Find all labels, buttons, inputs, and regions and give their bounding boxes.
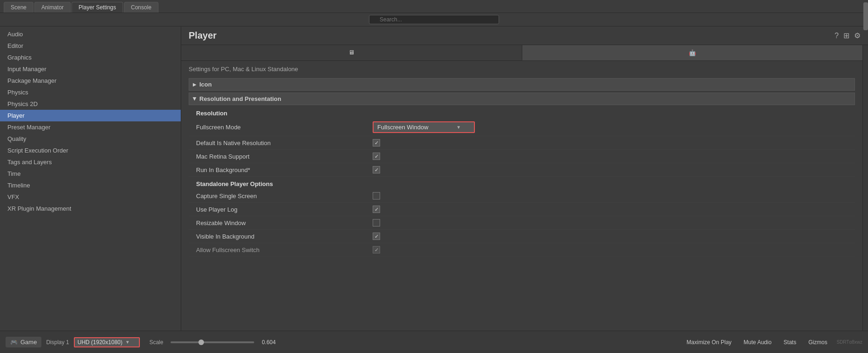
sidebar-item-timeline[interactable]: Timeline	[0, 180, 181, 191]
row-native-resolution: Default Is Native Resolution	[189, 136, 855, 150]
search-input[interactable]	[369, 15, 499, 24]
sidebar-item-quality[interactable]: Quality	[0, 133, 181, 145]
row-fullscreen-switch: Allow Fullscreen Switch	[189, 243, 855, 257]
control-visible-background	[373, 233, 848, 240]
control-fullscreen-switch	[373, 246, 848, 253]
checkbox-resizable-window[interactable]	[373, 219, 380, 226]
section-resolution: ▶ Resolution and Presentation Resolution…	[189, 93, 855, 257]
dropdown-arrow-icon: ▼	[456, 125, 461, 130]
main-layout: Audio Editor Graphics Input Manager Pack…	[0, 27, 868, 331]
sidebar-item-player[interactable]: Player	[0, 110, 181, 121]
sidebar-item-script-execution[interactable]: Script Execution Order	[0, 145, 181, 156]
sidebar-item-physics[interactable]: Physics	[0, 87, 181, 98]
control-native-resolution	[373, 139, 848, 147]
mute-audio-btn[interactable]: Mute Audio	[741, 338, 774, 346]
sidebar-item-audio[interactable]: Audio	[0, 28, 181, 40]
sidebar: Audio Editor Graphics Input Manager Pack…	[0, 27, 181, 331]
bottom-right: Maximize On Play Mute Audio Stats Gizmos…	[684, 338, 862, 346]
scale-value: 0.604	[262, 339, 276, 346]
display-resolution-value: UHD (1920x1080)	[78, 339, 123, 346]
desktop-icon: 🖥	[349, 49, 355, 56]
content-inner: 🖥 🤖 Settings for PC, Mac & Linux Standal…	[181, 45, 868, 331]
sidebar-item-vfx[interactable]: VFX	[0, 191, 181, 203]
platform-tabs: 🖥 🤖	[181, 45, 862, 61]
sidebar-item-physics-2d[interactable]: Physics 2D	[0, 98, 181, 110]
tab-animator[interactable]: Animator	[34, 2, 71, 13]
row-resizable-window: Resizable Window	[189, 216, 855, 230]
content-area: Player ? ⊞ ⚙ 🖥 🤖 Settings	[181, 27, 868, 331]
display-label: Display 1	[46, 339, 69, 346]
arrow-icon: ▶	[193, 82, 197, 87]
platform-tab-desktop[interactable]: 🖥	[181, 45, 522, 60]
right-scrollbar[interactable]	[862, 45, 868, 331]
settings-icon[interactable]: ⚙	[854, 31, 861, 40]
stats-btn[interactable]: Stats	[781, 338, 799, 346]
checkbox-run-background[interactable]	[373, 166, 380, 173]
section-icon-label: Icon	[199, 81, 212, 88]
label-resizable-window: Resizable Window	[196, 220, 373, 226]
label-mac-retina: Mac Retina Support	[196, 153, 373, 160]
header-icons: ? ⊞ ⚙	[835, 31, 861, 40]
android-icon: 🤖	[689, 49, 696, 56]
scale-label: Scale	[149, 339, 163, 346]
section-header-icon[interactable]: ▶ Icon	[189, 78, 855, 91]
label-visible-background: Visible In Background	[196, 233, 373, 240]
sidebar-item-xr-plugin[interactable]: XR Plugin Management	[0, 203, 181, 214]
label-fullscreen-switch: Allow Fullscreen Switch	[196, 246, 373, 253]
bottom-bar: 🎮 Game Display 1 UHD (1920x1080) ▼ Scale…	[0, 331, 868, 353]
sidebar-item-tags-layers[interactable]: Tags and Layers	[0, 156, 181, 168]
search-bar: 🔍	[0, 13, 868, 27]
tab-scene[interactable]: Scene	[4, 2, 33, 13]
label-native-resolution: Default Is Native Resolution	[196, 140, 373, 147]
maximize-on-play-btn[interactable]: Maximize On Play	[684, 338, 735, 346]
scale-thumb[interactable]	[198, 340, 204, 345]
search-wrap: 🔍	[369, 15, 499, 24]
row-fullscreen-mode: Fullscreen Mode Fullscreen Window ▼	[189, 119, 855, 136]
checkbox-fullscreen-switch[interactable]	[373, 246, 380, 253]
help-icon[interactable]: ?	[835, 32, 839, 40]
sidebar-item-graphics[interactable]: Graphics	[0, 52, 181, 63]
label-run-background: Run In Background*	[196, 167, 373, 173]
control-run-background	[373, 166, 848, 173]
settings-subtitle: Settings for PC, Mac & Linux Standalone	[189, 66, 855, 73]
sidebar-item-editor[interactable]: Editor	[0, 40, 181, 52]
settings-body: Settings for PC, Mac & Linux Standalone …	[181, 61, 862, 263]
control-fullscreen-mode: Fullscreen Window ▼	[373, 121, 848, 133]
section-icon: ▶ Icon	[189, 78, 855, 91]
tab-console[interactable]: Console	[124, 2, 158, 13]
content-header: Player ? ⊞ ⚙	[181, 27, 868, 45]
row-capture-screen: Capture Single Screen	[189, 189, 855, 203]
page-title: Player	[189, 30, 217, 41]
display-dropdown-arrow: ▼	[125, 340, 130, 345]
section-resolution-body: Resolution Fullscreen Mode Fullscreen Wi…	[189, 106, 855, 257]
fullscreen-mode-dropdown[interactable]: Fullscreen Window ▼	[373, 121, 475, 133]
scale-slider[interactable]	[171, 341, 254, 343]
checkbox-visible-background[interactable]	[373, 233, 380, 240]
label-capture-screen: Capture Single Screen	[196, 193, 373, 200]
game-tab[interactable]: 🎮 Game	[6, 337, 41, 347]
row-visible-background: Visible In Background	[189, 230, 855, 243]
sidebar-item-input-manager[interactable]: Input Manager	[0, 63, 181, 75]
sidebar-item-package-manager[interactable]: Package Manager	[0, 75, 181, 87]
sidebar-item-preset-manager[interactable]: Preset Manager	[0, 121, 181, 133]
control-mac-retina	[373, 153, 848, 160]
tab-player-settings[interactable]: Player Settings	[72, 2, 123, 13]
checkbox-mac-retina[interactable]	[373, 153, 380, 160]
checkbox-capture-screen[interactable]	[373, 192, 380, 200]
standalone-subheader: Standalone Player Options	[189, 177, 855, 189]
gizmos-btn[interactable]: Gizmos	[806, 338, 830, 346]
checkbox-player-log[interactable]	[373, 206, 380, 213]
row-player-log: Use Player Log	[189, 203, 855, 216]
display-dropdown[interactable]: UHD (1920x1080) ▼	[74, 337, 140, 347]
control-player-log	[373, 206, 848, 213]
game-tab-label: Game	[20, 339, 37, 346]
sidebar-item-time[interactable]: Time	[0, 168, 181, 180]
section-resolution-label: Resolution and Presentation	[199, 95, 281, 102]
layout-icon[interactable]: ⊞	[843, 31, 849, 40]
label-player-log: Use Player Log	[196, 206, 373, 213]
control-capture-screen	[373, 192, 848, 200]
tab-bar: Scene Animator Player Settings Console	[0, 0, 868, 13]
section-header-resolution[interactable]: ▶ Resolution and Presentation	[189, 93, 855, 105]
platform-tab-android[interactable]: 🤖	[522, 45, 863, 60]
checkbox-native-resolution[interactable]	[373, 139, 380, 147]
